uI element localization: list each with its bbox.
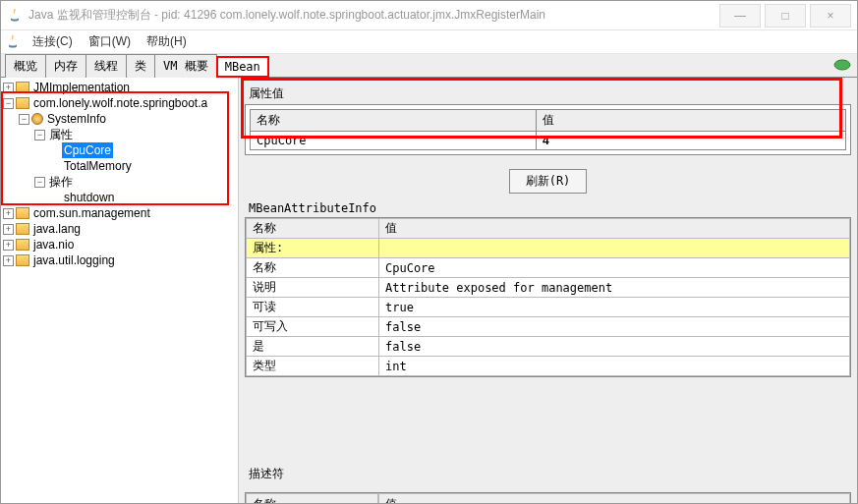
col-value: 值 <box>378 493 850 503</box>
info-key: 属性: <box>247 239 379 258</box>
collapse-icon[interactable]: − <box>3 98 14 109</box>
col-name: 名称 <box>247 219 379 239</box>
tree-node-jmi[interactable]: JMImplementation <box>31 80 132 95</box>
folder-icon <box>16 207 29 219</box>
expand-icon[interactable]: + <box>3 208 14 219</box>
tab-vm-summary[interactable]: VM 概要 <box>154 54 217 78</box>
connection-status-icon <box>833 58 851 72</box>
attribute-value-table: 名称值 CpuCore4 <box>250 109 846 150</box>
col-name: 名称 <box>246 493 378 503</box>
menu-connect[interactable]: 连接(C) <box>25 31 81 52</box>
attr-name-cell[interactable]: CpuCore <box>251 132 537 150</box>
collapse-icon[interactable]: − <box>34 177 45 188</box>
menu-help[interactable]: 帮助(H) <box>139 31 195 52</box>
svg-point-0 <box>834 60 850 70</box>
mbean-info-box: 名称值 属性: 名称CpuCore 说明Attribute exposed fo… <box>245 217 851 377</box>
descriptor-box: 名称 值 <box>245 492 851 503</box>
col-value: 值 <box>536 110 845 132</box>
descriptor-title: 描述符 <box>245 464 851 484</box>
expand-icon[interactable]: + <box>3 224 14 235</box>
minimize-button[interactable]: — <box>719 4 761 28</box>
tree-node-javanio[interactable]: java.nio <box>31 237 76 252</box>
content-area: +JMImplementation −com.lonely.wolf.note.… <box>1 78 857 503</box>
java-icon <box>7 8 23 24</box>
window-controls: — □ × <box>715 4 851 28</box>
info-val: false <box>379 317 850 337</box>
mbean-tree[interactable]: +JMImplementation −com.lonely.wolf.note.… <box>3 80 236 268</box>
window-title: Java 监视和管理控制台 - pid: 41296 com.lonely.wo… <box>29 7 715 24</box>
info-key: 可写入 <box>247 317 379 337</box>
details-panel: 属性值 名称值 CpuCore4 刷新(R) MBeanAttributeInf… <box>239 78 857 503</box>
expand-icon[interactable]: + <box>3 240 14 251</box>
info-key: 是 <box>247 337 379 357</box>
info-val: Attribute exposed for management <box>379 278 850 298</box>
tree-node-shutdown[interactable]: shutdown <box>62 190 116 205</box>
tree-node-attributes[interactable]: 属性 <box>47 127 75 142</box>
info-val <box>379 239 850 258</box>
attr-value-cell[interactable]: 4 <box>536 132 845 150</box>
mbean-tree-panel: +JMImplementation −com.lonely.wolf.note.… <box>1 78 239 503</box>
folder-icon <box>16 97 29 109</box>
col-value: 值 <box>379 219 850 239</box>
info-val: int <box>379 357 850 376</box>
titlebar: Java 监视和管理控制台 - pid: 41296 com.lonely.wo… <box>1 1 857 30</box>
col-name: 名称 <box>251 110 537 132</box>
tree-node-javalang[interactable]: java.lang <box>31 221 83 237</box>
collapse-icon[interactable]: − <box>34 130 45 140</box>
tree-node-cpucore[interactable]: CpuCore <box>62 142 113 158</box>
menubar: 连接(C) 窗口(W) 帮助(H) <box>1 30 857 54</box>
expand-icon[interactable]: + <box>3 255 14 266</box>
tabbar: 概览 内存 线程 类 VM 概要 MBean <box>1 54 857 78</box>
tab-mbean[interactable]: MBean <box>216 56 269 78</box>
tree-node-operations[interactable]: 操作 <box>47 174 75 190</box>
tab-overview[interactable]: 概览 <box>5 54 46 78</box>
info-key: 名称 <box>247 258 379 278</box>
maximize-button[interactable]: □ <box>765 4 806 28</box>
tree-node-totalmemory[interactable]: TotalMemory <box>62 158 134 174</box>
folder-icon <box>16 239 29 251</box>
folder-icon <box>16 82 29 93</box>
menu-window[interactable]: 窗口(W) <box>81 31 139 52</box>
tab-memory[interactable]: 内存 <box>45 54 86 78</box>
info-val: CpuCore <box>379 258 850 278</box>
close-button[interactable]: × <box>810 4 851 28</box>
mbean-info-table: 名称值 属性: 名称CpuCore 说明Attribute exposed fo… <box>246 218 850 376</box>
java-icon <box>5 34 21 50</box>
tree-node-sunmgmt[interactable]: com.sun.management <box>31 205 152 221</box>
collapse-icon[interactable]: − <box>19 114 29 125</box>
expand-icon[interactable]: + <box>3 83 14 93</box>
tree-node-systeminfo[interactable]: SystemInfo <box>45 111 108 127</box>
attribute-value-title: 属性值 <box>245 84 851 104</box>
tab-threads[interactable]: 线程 <box>86 54 127 78</box>
bean-icon <box>31 113 43 125</box>
info-val: true <box>379 298 850 317</box>
tree-node-javalogging[interactable]: java.util.logging <box>31 252 117 268</box>
info-key: 说明 <box>247 278 379 298</box>
mbean-info-title: MBeanAttributeInfo <box>245 199 851 217</box>
attribute-value-box: 名称值 CpuCore4 <box>245 104 851 155</box>
tab-classes[interactable]: 类 <box>126 54 155 78</box>
info-key: 可读 <box>247 298 379 317</box>
folder-icon <box>16 223 29 235</box>
tree-node-package[interactable]: com.lonely.wolf.note.springboot.a <box>31 95 209 111</box>
refresh-button[interactable]: 刷新(R) <box>509 169 588 194</box>
info-val: false <box>379 337 850 357</box>
folder-icon <box>16 254 29 266</box>
refresh-row: 刷新(R) <box>245 163 851 199</box>
info-key: 类型 <box>247 357 379 376</box>
